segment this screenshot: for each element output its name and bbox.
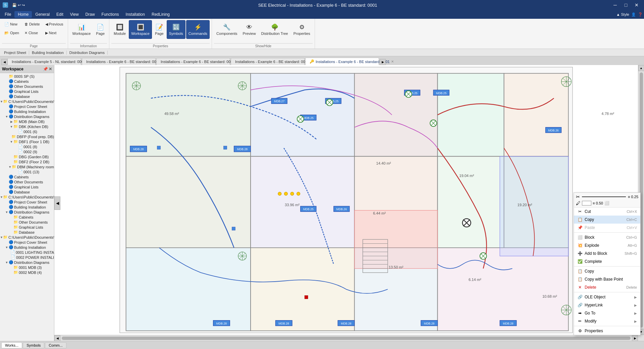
workspace-close-button[interactable]: ✕ [49, 67, 52, 71]
h-scroll-left-btn[interactable]: ◀ [54, 335, 60, 341]
canvas-content[interactable]: MDB.28 MDB.28 MDB.27 MDB.25 MDB.25 MDB.2… [54, 65, 638, 335]
tab-scroll-left[interactable]: ◀ [1, 59, 7, 65]
menu-functions[interactable]: Functions [98, 11, 122, 18]
ctx-add-to-block[interactable]: ➕ Add to Block Shift+G [574, 249, 640, 257]
doc-tab-4[interactable]: Installations - Example 6 - BE standard:… [231, 58, 305, 65]
tree-item-8[interactable]: ▼ 🔵 Distribution Diagrams [0, 114, 54, 119]
tree-item-30[interactable]: 📁 Graphical Lists [0, 225, 54, 230]
tree-item-6[interactable]: 🔵 Project Cover Sheet [0, 104, 54, 109]
maximize-button[interactable]: □ [621, 2, 631, 8]
tree-item-24[interactable]: ▼ 📁 C:\Users\Public\Documents\IG [0, 194, 54, 199]
cut-tool-icon[interactable]: ✂ [576, 194, 580, 199]
ctx-properties[interactable]: ⚙ Properties [574, 327, 640, 335]
tree-toggle-9[interactable]: ▶ [9, 120, 13, 123]
tree-toggle-37[interactable]: ▼ [5, 261, 9, 264]
doc-tab-3[interactable]: Installations - Example 6 - BE standard:… [156, 58, 230, 65]
ctx-cut[interactable]: ✂ Cut Ctrl+X [574, 208, 640, 216]
menu-file[interactable]: File [1, 11, 14, 18]
tree-item-15[interactable]: 📄 0002 (9) [0, 149, 54, 154]
ctx-goto[interactable]: ➡ Go To ▶ [574, 309, 640, 317]
menu-home[interactable]: Home [14, 11, 32, 18]
ctx-block[interactable]: ⬜ Block Ctrl+G [574, 233, 640, 241]
tree-toggle-8[interactable]: ▼ [5, 115, 9, 118]
fill-icon[interactable]: ⬜ [604, 201, 609, 206]
tab-scroll-right[interactable]: ▶ [380, 59, 386, 65]
ctx-copy-1[interactable]: 📋 Copy Ctrl+C [574, 216, 640, 224]
ctx-paste[interactable]: 📌 Paste Ctrl+V [574, 224, 640, 232]
horizontal-scrollbar[interactable]: ◀ ▶ [54, 335, 638, 341]
workspace-tree[interactable]: 📁 000S SP (S) 🔵 Cabinets 🔵 Other Documen… [0, 73, 54, 341]
bottom-tab-commands[interactable]: Comm... [45, 342, 66, 348]
tree-item-11[interactable]: 📄 0001 (6) [0, 129, 54, 134]
tree-item-21[interactable]: 🔵 Other Documents [0, 179, 54, 184]
tree-item-29[interactable]: 📁 Other Documents [0, 220, 54, 225]
tree-item-34[interactable]: ▼ 🔵 Building Installation [0, 245, 54, 250]
tree-item-33[interactable]: 🔵 Project Cover Sheet [0, 240, 54, 245]
tree-item-5[interactable]: ▼ 📁 C:\Users\Public\Documents\IG [0, 99, 54, 104]
open-button[interactable]: 📂 Open [2, 29, 21, 37]
canvas-area[interactable]: MDB.28 MDB.28 MDB.27 MDB.25 MDB.25 MDB.2… [54, 65, 644, 341]
module-button[interactable]: 🔲 Module [111, 20, 128, 39]
tree-item-23[interactable]: 🔵 Database [0, 189, 54, 194]
tree-toggle-13[interactable]: ▼ [9, 140, 13, 143]
tree-toggle-5[interactable]: ▼ [0, 100, 3, 103]
tree-item-16[interactable]: 📁 DBG (Garden DB) [0, 154, 54, 159]
color-tool-icon[interactable]: 🖊 [576, 200, 581, 206]
tree-toggle-27[interactable]: ▼ [5, 211, 9, 214]
ctx-modify[interactable]: ✏ Modify ▶ [574, 317, 640, 325]
distribution-tree-button[interactable]: 🌳 Distribution Tree [259, 20, 290, 39]
page-info-button[interactable]: 📄 Page [94, 20, 107, 39]
tree-item-28[interactable]: 📁 Cabinets [0, 215, 54, 220]
ctx-copy-2[interactable]: 📋 Copy [574, 267, 640, 275]
doc-tab-1[interactable]: Installations - Example 5 - NL standard:… [7, 58, 81, 65]
tree-item-36[interactable]: 📄 0002 POWER INSTALI [0, 255, 54, 260]
tree-item-18[interactable]: ▼ 📁 DBM (Machinery room [0, 164, 54, 169]
ctx-copy-base[interactable]: 📋 Copy with Base Point [574, 275, 640, 283]
components-button[interactable]: 🔧 Components [214, 20, 239, 39]
workspace-prop-button[interactable]: 🔳 Workspace [129, 20, 152, 39]
next-button[interactable]: ▶ Next [43, 29, 66, 37]
h-scroll-right-btn[interactable]: ▶ [632, 335, 638, 341]
delete-button[interactable]: 🗑 Delete [22, 20, 42, 28]
workspace-info-button[interactable]: 📊 Workspace [70, 20, 93, 39]
tree-item-9[interactable]: ▶ 📁 MDB (Main DB) [0, 119, 54, 124]
menu-view[interactable]: View [67, 11, 82, 18]
tree-toggle-34[interactable]: ▼ [5, 246, 9, 249]
ctx-ole[interactable]: 🔗 OLE Object ▶ [574, 293, 640, 301]
tree-toggle-10[interactable]: ▼ [9, 125, 13, 128]
tree-item-25[interactable]: 🔵 Project Cover Sheet [0, 199, 54, 205]
new-button[interactable]: 📄 New [2, 20, 21, 28]
commands-button[interactable]: ⚡ Commands [186, 20, 210, 39]
tree-item-22[interactable]: 🔵 Graphical Lists [0, 184, 54, 189]
workspace-pin-button[interactable]: 📌 [43, 67, 48, 71]
tree-item-1[interactable]: 🔵 Cabinets [0, 79, 54, 84]
tree-item-0[interactable]: 📁 000S SP (S) [0, 74, 54, 79]
menu-draw[interactable]: Draw [82, 11, 98, 18]
tree-item-35[interactable]: 📄 0001 LIGHTING INSTA [0, 250, 54, 255]
ctx-explode[interactable]: 💥 Explode Alt+G [574, 241, 640, 249]
tree-item-7[interactable]: 🔵 Building Installation [0, 109, 54, 114]
tree-item-17[interactable]: 📁 DBF2 (Floor 2 DB) [0, 159, 54, 164]
diagram-canvas[interactable]: MDB.28 MDB.28 MDB.27 MDB.25 MDB.25 MDB.2… [54, 65, 638, 335]
v-scroll-up-btn[interactable]: ▲ [638, 65, 644, 71]
tree-item-37[interactable]: ▼ 🔵 Distribution Diagrams [0, 260, 54, 265]
tree-item-20[interactable]: 🔵 Cabinets [0, 174, 54, 179]
canvas-scroll-left[interactable]: ◀ [54, 196, 60, 210]
tree-item-10[interactable]: ▼ 📁 DBK (Kitchen DB) [0, 124, 54, 129]
properties-show-button[interactable]: ⚙ Properties [291, 20, 313, 39]
tree-item-4[interactable]: 🔵 Database [0, 94, 54, 99]
tree-toggle-18[interactable]: ▼ [8, 165, 11, 169]
page-prop-button[interactable]: 📝 Page [153, 20, 166, 39]
doc-tab-2[interactable]: Installations - Example 6 - BE standard:… [82, 58, 156, 65]
tree-item-3[interactable]: 🔵 Graphical Lists [0, 89, 54, 94]
menu-redlining[interactable]: RedLining [148, 11, 173, 18]
tree-item-13[interactable]: ▼ 📁 DBF1 (Floor 1 DB) [0, 139, 54, 144]
menu-general[interactable]: General [32, 11, 53, 18]
menu-edit[interactable]: Edit [53, 11, 67, 18]
tree-item-31[interactable]: 📁 Database [0, 230, 54, 235]
tree-item-32[interactable]: ▼ 📁 C:\Users\Public\Documents\IG [0, 235, 54, 240]
tree-item-14[interactable]: 📄 0001 (8) [0, 144, 54, 149]
h-scroll-thumb[interactable] [62, 337, 631, 340]
ctx-hyperlink[interactable]: 🔗 HyperLink ▶ [574, 301, 640, 309]
tree-item-39[interactable]: 📁 0002 MDB (4) [0, 270, 54, 275]
